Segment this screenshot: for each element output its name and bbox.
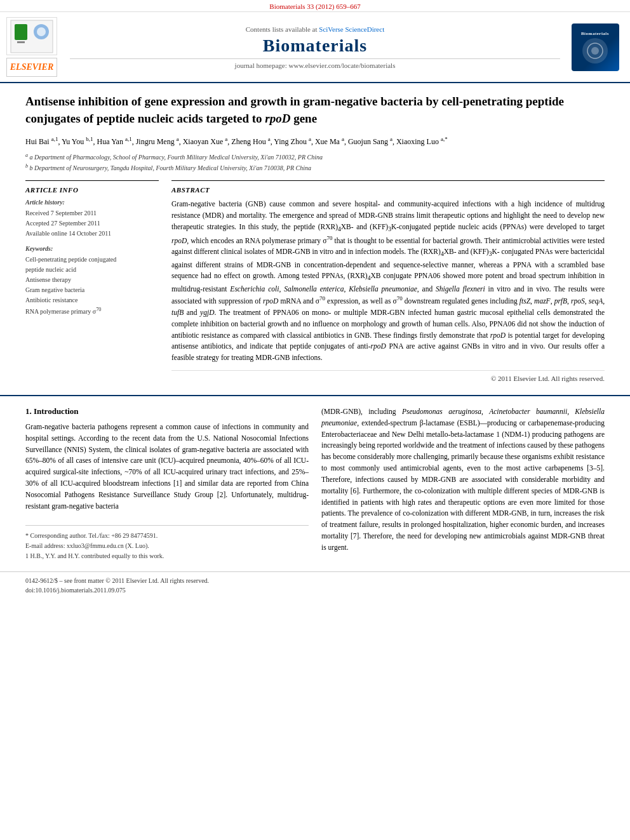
journal-illustration-svg [10,19,54,54]
footnote-equal-contrib: 1 H.B., Y.Y. and H.Y. contributed equall… [25,551,309,561]
journal-header-right: Biomaterials [566,23,624,71]
article-info-heading: ARTICLE INFO [25,186,159,194]
homepage-line: journal homepage: www.elsevier.com/locat… [70,58,560,69]
main-content: 1. Introduction Gram-negative bacteria p… [0,395,630,571]
affiliation-b: b Department of Neurosurgery, Tangdu Hos… [30,164,312,171]
article-history: Article history: Received 7 September 20… [25,199,159,239]
elsevier-logo: ELSEVIER [6,58,57,77]
footer-doi: doi:10.1016/j.biomaterials.2011.09.075 [25,585,605,595]
sciverse-line: Contents lists available at SciVerse Sci… [70,25,560,33]
keyword-2: peptide nucleic acid [25,265,159,275]
keyword-6: RNA polymerase primary σ70 [25,305,159,317]
svg-rect-2 [17,41,25,43]
affiliations: a a Department of Pharmacology, School o… [25,152,605,173]
gene-name-italic: rpoD [265,112,290,125]
svg-point-4 [37,27,46,36]
journal-title: Biomaterials [70,36,560,56]
intro-paragraph-2: (MDR-GNB), including Pseudomonas aerugin… [321,406,605,554]
article-info-panel: ARTICLE INFO Article history: Received 7… [25,180,159,382]
section-title: Introduction [34,406,79,416]
footnotes: * Corresponding author. Tel./fax: +86 29… [25,525,309,561]
abstract-text: Gram-negative bacteria (GNB) cause commo… [171,199,605,364]
received-date: Received 7 September 2011 [25,208,159,218]
article-info-abstract-container: ARTICLE INFO Article history: Received 7… [25,180,605,382]
footnote-corresponding: * Corresponding author. Tel./fax: +86 29… [25,531,309,541]
journal-logo-left: ELSEVIER [6,17,64,77]
sciverse-text: Contents lists available at [246,25,319,33]
article-page: Biomaterials 33 (2012) 659–667 ELSEVIER … [0,0,630,840]
accepted-date: Accepted 27 September 2011 [25,218,159,229]
keyword-5: Antibiotic resistance [25,295,159,305]
article-title: Antisense inhibition of gene expression … [25,93,605,127]
article-history-heading: Article history: [25,199,159,206]
sciverse-link[interactable]: SciVerse ScienceDirect [319,25,384,33]
footer-issn: 0142-9612/$ – see front matter © 2011 El… [25,576,605,585]
biomaterials-badge: Biomaterials [572,23,619,71]
journal-header: ELSEVIER Contents lists available at Sci… [0,12,630,83]
abstract-heading: ABSTRACT [171,186,605,194]
footer-bar: 0142-9612/$ – see front matter © 2011 El… [0,571,630,599]
footnote-email: E-mail address: xxluo3@fmmu.edu.cn (X. L… [25,541,309,551]
journal-header-center: Contents lists available at SciVerse Sci… [64,25,566,69]
svg-rect-1 [15,24,27,40]
affiliation-a: a Department of Pharmacology, School of … [30,154,323,161]
copyright-line: © 2011 Elsevier Ltd. All rights reserved… [171,370,605,382]
left-column: 1. Introduction Gram-negative bacteria p… [25,406,309,561]
section-number: 1. [25,406,32,416]
keywords-section: Keywords: Cell-penetrating peptide conju… [25,245,159,317]
citation-text: Biomaterials 33 (2012) 659–667 [269,3,360,10]
available-online-date: Available online 14 October 2011 [25,229,159,239]
journal-image [6,17,57,55]
keyword-1: Cell-penetrating peptide conjugated [25,255,159,265]
svg-point-6 [591,47,599,55]
authors-line: Hui Bai a,1, Yu You b,1, Hua Yan a,1, Ji… [25,135,605,148]
right-column: (MDR-GNB), including Pseudomonas aerugin… [321,406,605,561]
citation-bar: Biomaterials 33 (2012) 659–667 [0,0,630,12]
article-body: Antisense inhibition of gene expression … [0,83,630,395]
section-1-heading: 1. Introduction [25,406,309,417]
keyword-3: Antisense therapy [25,275,159,285]
intro-paragraph-1: Gram-negative bacteria pathogens represe… [25,422,309,512]
abstract-section: ABSTRACT Gram-negative bacteria (GNB) ca… [171,180,605,382]
keywords-heading: Keywords: [25,245,159,252]
keyword-4: Gram negative bacteria [25,285,159,295]
